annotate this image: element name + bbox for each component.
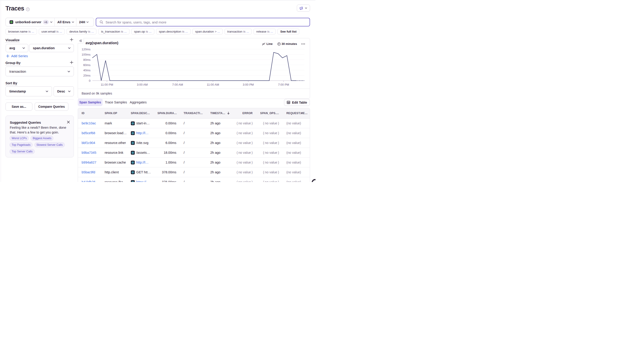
svg-text:40ms: 40ms	[83, 68, 91, 72]
svg-text:100ms: 100ms	[82, 53, 91, 56]
svg-text:120ms: 120ms	[82, 48, 91, 51]
svg-text:7:00 AM: 7:00 AM	[172, 83, 183, 86]
svg-text:80ms: 80ms	[83, 58, 91, 62]
svg-text:20ms: 20ms	[83, 74, 91, 77]
svg-text:60ms: 60ms	[83, 63, 91, 67]
svg-text:?: ?	[27, 8, 29, 10]
svg-text:11:00 PM: 11:00 PM	[101, 83, 113, 86]
svg-text:3:00 AM: 3:00 AM	[137, 83, 148, 86]
svg-text:7:00 PM: 7:00 PM	[278, 83, 289, 86]
svg-text:3:00 PM: 3:00 PM	[243, 83, 254, 86]
svg-text:0: 0	[89, 79, 91, 82]
svg-text:11:00 AM: 11:00 AM	[207, 83, 219, 86]
